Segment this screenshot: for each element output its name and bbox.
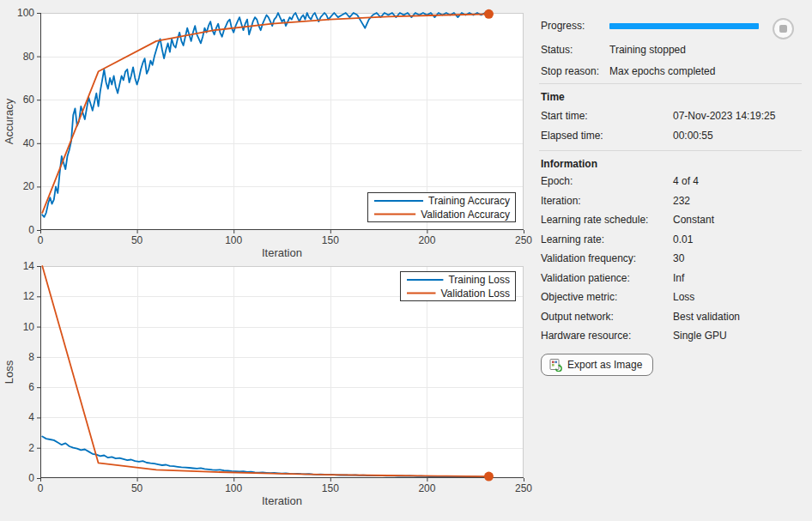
legend-label: Training Accuracy <box>428 195 510 207</box>
validation-patience-label: Validation patience: <box>541 272 673 284</box>
x-tick-label: 0 <box>38 234 44 246</box>
stop-reason-label: Stop reason: <box>541 65 609 77</box>
x-tick-label: 50 <box>131 482 143 494</box>
export-image-icon <box>548 358 562 372</box>
learning-rate-schedule-row: Learning rate schedule: Constant <box>541 214 805 233</box>
y-tick-label: 12 <box>23 290 35 302</box>
x-tick-label: 100 <box>225 234 242 246</box>
start-time-row: Start time: 07-Nov-2023 14:19:25 <box>541 109 805 123</box>
objective-metric-row: Objective metric: Loss <box>541 291 805 311</box>
objective-metric-label: Objective metric: <box>541 291 673 303</box>
information-rows: Epoch: 4 of 4 Iteration: 232 Learning ra… <box>541 175 805 349</box>
validation-frequency-value: 30 <box>673 252 684 264</box>
y-tick-label: 60 <box>23 94 35 106</box>
y-tick-label: 0 <box>28 472 34 484</box>
loss-chart: 05010015020025002468101214IterationLossT… <box>3 260 532 507</box>
y-tick-label: 6 <box>28 381 34 393</box>
hardware-resource-row: Hardware resource: Single GPU <box>541 330 805 349</box>
y-axis-label: Accuracy <box>3 98 15 144</box>
x-tick-label: 0 <box>38 482 44 494</box>
hardware-resource-label: Hardware resource: <box>541 330 673 342</box>
learning-rate-value: 0.01 <box>673 233 693 245</box>
legend: Training AccuracyValidation Accuracy <box>368 193 516 222</box>
progress-row: Progress: <box>541 19 805 33</box>
x-tick-label: 150 <box>322 234 339 246</box>
epoch-label: Epoch: <box>541 175 673 187</box>
y-tick-label: 0 <box>28 224 34 236</box>
export-as-image-button[interactable]: Export as Image <box>541 354 653 376</box>
section-divider <box>539 83 802 84</box>
x-tick-label: 250 <box>515 234 532 246</box>
elapsed-time-label: Elapsed time: <box>541 130 673 142</box>
progress-bar <box>609 23 759 29</box>
x-tick-label: 200 <box>418 482 435 494</box>
progress-bar-fill <box>609 23 759 29</box>
stop-training-button[interactable] <box>773 18 794 39</box>
y-tick-label: 10 <box>23 321 35 333</box>
training-details-panel: Progress: Status: Training stopped Stop … <box>532 0 812 521</box>
output-network-label: Output network: <box>541 311 673 323</box>
y-tick-label: 100 <box>17 7 34 19</box>
information-section-header: Information <box>541 158 597 170</box>
final-iteration-marker <box>484 9 494 19</box>
validation-patience-value: Inf <box>673 272 684 284</box>
start-time-label: Start time: <box>541 110 673 122</box>
x-tick-label: 150 <box>322 482 339 494</box>
hardware-resource-value: Single GPU <box>673 330 727 342</box>
legend-label: Training Loss <box>448 274 510 286</box>
stop-reason-row: Stop reason: Max epochs completed <box>541 64 805 78</box>
y-tick-label: 40 <box>23 137 35 149</box>
output-network-value: Best validation <box>673 311 740 323</box>
x-tick-label: 250 <box>515 482 532 494</box>
training-progress-window: 050100150200250020406080100IterationAccu… <box>0 0 812 521</box>
iteration-row: Iteration: 232 <box>541 195 805 215</box>
x-axis-label: Iteration <box>262 494 302 507</box>
epoch-value: 4 of 4 <box>673 175 699 187</box>
accuracy-chart: 050100150200250020406080100IterationAccu… <box>3 7 532 259</box>
elapsed-time-value: 00:00:55 <box>673 130 713 142</box>
y-tick-label: 8 <box>28 351 34 363</box>
export-as-image-label: Export as Image <box>567 359 642 371</box>
y-tick-label: 14 <box>23 260 35 272</box>
status-row: Status: Training stopped <box>541 43 805 57</box>
validation-frequency-label: Validation frequency: <box>541 252 673 264</box>
status-label: Status: <box>541 44 609 56</box>
status-value: Training stopped <box>609 44 686 56</box>
elapsed-time-row: Elapsed time: 00:00:55 <box>541 129 805 142</box>
y-tick-label: 20 <box>23 180 35 192</box>
objective-metric-value: Loss <box>673 291 694 303</box>
time-section-header: Time <box>541 91 565 103</box>
legend: Training LossValidation Loss <box>401 272 516 301</box>
progress-label: Progress: <box>541 20 609 32</box>
learning-rate-schedule-value: Constant <box>673 214 714 226</box>
x-axis-label: Iteration <box>262 246 302 259</box>
validation-frequency-row: Validation frequency: 30 <box>541 252 805 272</box>
x-tick-label: 100 <box>225 482 242 494</box>
y-tick-label: 4 <box>28 411 34 423</box>
training-plots: 050100150200250020406080100IterationAccu… <box>0 0 532 521</box>
y-tick-label: 80 <box>23 51 35 63</box>
learning-rate-row: Learning rate: 0.01 <box>541 233 805 253</box>
x-tick-label: 50 <box>131 234 143 246</box>
stop-icon <box>779 25 787 33</box>
iteration-value: 232 <box>673 195 690 207</box>
learning-rate-schedule-label: Learning rate schedule: <box>541 214 673 226</box>
y-tick-label: 2 <box>28 442 34 454</box>
learning-rate-label: Learning rate: <box>541 233 673 245</box>
section-divider <box>539 150 802 151</box>
stop-reason-value: Max epochs completed <box>609 65 715 77</box>
iteration-label: Iteration: <box>541 195 673 207</box>
legend-label: Validation Loss <box>441 288 511 300</box>
start-time-value: 07-Nov-2023 14:19:25 <box>673 110 775 122</box>
y-axis-label: Loss <box>3 360 15 384</box>
validation-patience-row: Validation patience: Inf <box>541 272 805 292</box>
epoch-row: Epoch: 4 of 4 <box>541 175 805 195</box>
x-tick-label: 200 <box>418 234 435 246</box>
output-network-row: Output network: Best validation <box>541 311 805 330</box>
final-iteration-marker <box>484 472 494 482</box>
legend-label: Validation Accuracy <box>421 209 510 221</box>
